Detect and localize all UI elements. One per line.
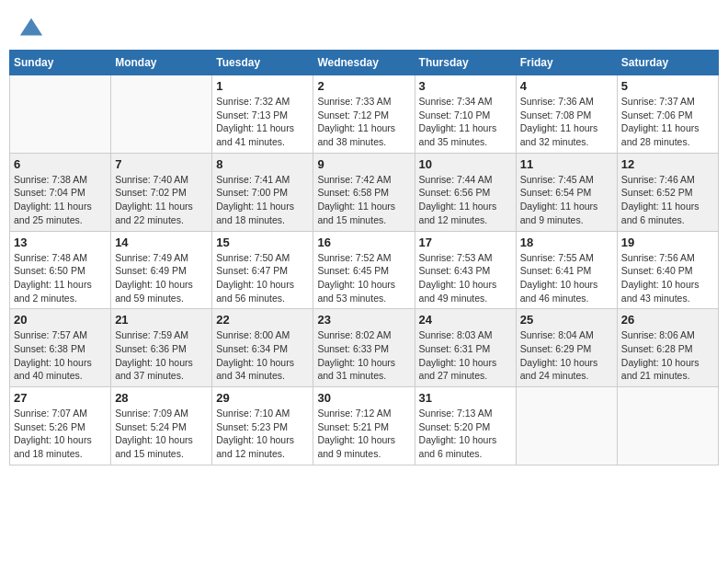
calendar-cell bbox=[516, 387, 617, 465]
col-header-saturday: Saturday bbox=[617, 51, 718, 75]
day-info: Sunrise: 8:04 AM Sunset: 6:29 PM Dayligh… bbox=[520, 328, 613, 383]
calendar-cell: 15Sunrise: 7:50 AM Sunset: 6:47 PM Dayli… bbox=[212, 231, 313, 309]
calendar-cell: 31Sunrise: 7:13 AM Sunset: 5:20 PM Dayli… bbox=[415, 387, 516, 465]
day-number: 18 bbox=[520, 236, 613, 249]
calendar-cell: 10Sunrise: 7:44 AM Sunset: 6:56 PM Dayli… bbox=[415, 153, 516, 231]
day-info: Sunrise: 7:09 AM Sunset: 5:24 PM Dayligh… bbox=[115, 407, 208, 461]
col-header-sunday: Sunday bbox=[10, 51, 111, 75]
calendar-cell: 5Sunrise: 7:37 AM Sunset: 7:06 PM Daylig… bbox=[617, 75, 718, 154]
day-info: Sunrise: 7:07 AM Sunset: 5:26 PM Dayligh… bbox=[14, 407, 107, 461]
calendar-cell: 25Sunrise: 8:04 AM Sunset: 6:29 PM Dayli… bbox=[516, 309, 617, 387]
calendar-header-row: SundayMondayTuesdayWednesdayThursdayFrid… bbox=[10, 51, 719, 75]
calendar-cell: 28Sunrise: 7:09 AM Sunset: 5:24 PM Dayli… bbox=[111, 387, 212, 465]
day-info: Sunrise: 7:34 AM Sunset: 7:10 PM Dayligh… bbox=[419, 95, 512, 149]
day-info: Sunrise: 7:52 AM Sunset: 6:45 PM Dayligh… bbox=[317, 251, 410, 305]
day-info: Sunrise: 7:44 AM Sunset: 6:56 PM Dayligh… bbox=[419, 173, 512, 227]
day-info: Sunrise: 7:57 AM Sunset: 6:38 PM Dayligh… bbox=[14, 328, 107, 383]
calendar-week-row: 6Sunrise: 7:38 AM Sunset: 7:04 PM Daylig… bbox=[10, 153, 719, 231]
day-info: Sunrise: 7:46 AM Sunset: 6:52 PM Dayligh… bbox=[621, 173, 714, 227]
day-number: 30 bbox=[317, 391, 410, 405]
calendar-cell: 16Sunrise: 7:52 AM Sunset: 6:45 PM Dayli… bbox=[313, 231, 415, 309]
day-info: Sunrise: 7:42 AM Sunset: 6:58 PM Dayligh… bbox=[317, 173, 410, 227]
calendar-cell: 14Sunrise: 7:49 AM Sunset: 6:49 PM Dayli… bbox=[111, 231, 212, 309]
calendar-cell: 7Sunrise: 7:40 AM Sunset: 7:02 PM Daylig… bbox=[111, 153, 212, 231]
day-number: 6 bbox=[14, 157, 107, 171]
calendar-week-row: 13Sunrise: 7:48 AM Sunset: 6:50 PM Dayli… bbox=[10, 231, 719, 309]
day-number: 14 bbox=[115, 236, 208, 249]
day-info: Sunrise: 8:02 AM Sunset: 6:33 PM Dayligh… bbox=[317, 328, 410, 383]
calendar-cell: 12Sunrise: 7:46 AM Sunset: 6:52 PM Dayli… bbox=[617, 153, 718, 231]
calendar-cell: 6Sunrise: 7:38 AM Sunset: 7:04 PM Daylig… bbox=[10, 153, 111, 231]
day-info: Sunrise: 7:37 AM Sunset: 7:06 PM Dayligh… bbox=[621, 95, 714, 149]
day-info: Sunrise: 7:12 AM Sunset: 5:21 PM Dayligh… bbox=[317, 407, 410, 461]
day-info: Sunrise: 8:00 AM Sunset: 6:34 PM Dayligh… bbox=[216, 328, 309, 383]
calendar-cell bbox=[617, 387, 718, 465]
day-number: 1 bbox=[216, 79, 309, 93]
day-number: 5 bbox=[621, 79, 714, 93]
calendar-cell: 17Sunrise: 7:53 AM Sunset: 6:43 PM Dayli… bbox=[415, 231, 516, 309]
calendar-table: SundayMondayTuesdayWednesdayThursdayFrid… bbox=[9, 50, 719, 465]
day-info: Sunrise: 7:49 AM Sunset: 6:49 PM Dayligh… bbox=[115, 251, 208, 305]
page-header bbox=[9, 9, 719, 50]
day-info: Sunrise: 7:38 AM Sunset: 7:04 PM Dayligh… bbox=[14, 173, 107, 227]
day-number: 4 bbox=[520, 79, 613, 93]
calendar-cell: 4Sunrise: 7:36 AM Sunset: 7:08 PM Daylig… bbox=[516, 75, 617, 154]
day-info: Sunrise: 7:50 AM Sunset: 6:47 PM Dayligh… bbox=[216, 251, 309, 305]
day-number: 28 bbox=[115, 391, 208, 405]
svg-marker-0 bbox=[20, 18, 42, 36]
day-number: 11 bbox=[520, 157, 613, 171]
calendar-cell: 13Sunrise: 7:48 AM Sunset: 6:50 PM Dayli… bbox=[10, 231, 111, 309]
day-number: 16 bbox=[317, 236, 410, 249]
day-number: 9 bbox=[317, 157, 410, 171]
calendar-cell: 23Sunrise: 8:02 AM Sunset: 6:33 PM Dayli… bbox=[313, 309, 415, 387]
day-number: 23 bbox=[317, 313, 410, 327]
calendar-cell: 2Sunrise: 7:33 AM Sunset: 7:12 PM Daylig… bbox=[313, 75, 415, 154]
day-info: Sunrise: 7:59 AM Sunset: 6:36 PM Dayligh… bbox=[115, 328, 208, 383]
calendar-cell bbox=[111, 75, 212, 154]
day-number: 26 bbox=[621, 313, 714, 327]
calendar-cell: 18Sunrise: 7:55 AM Sunset: 6:41 PM Dayli… bbox=[516, 231, 617, 309]
calendar-week-row: 20Sunrise: 7:57 AM Sunset: 6:38 PM Dayli… bbox=[10, 309, 719, 387]
calendar-cell: 11Sunrise: 7:45 AM Sunset: 6:54 PM Dayli… bbox=[516, 153, 617, 231]
day-info: Sunrise: 8:06 AM Sunset: 6:28 PM Dayligh… bbox=[621, 328, 714, 383]
day-info: Sunrise: 7:13 AM Sunset: 5:20 PM Dayligh… bbox=[419, 407, 512, 461]
col-header-tuesday: Tuesday bbox=[212, 51, 313, 75]
day-info: Sunrise: 7:48 AM Sunset: 6:50 PM Dayligh… bbox=[14, 251, 107, 305]
day-number: 8 bbox=[216, 157, 309, 171]
day-number: 2 bbox=[317, 79, 410, 93]
calendar-cell: 26Sunrise: 8:06 AM Sunset: 6:28 PM Dayli… bbox=[617, 309, 718, 387]
calendar-cell: 24Sunrise: 8:03 AM Sunset: 6:31 PM Dayli… bbox=[415, 309, 516, 387]
calendar-cell bbox=[10, 75, 111, 154]
day-info: Sunrise: 7:10 AM Sunset: 5:23 PM Dayligh… bbox=[216, 407, 309, 461]
calendar-cell: 3Sunrise: 7:34 AM Sunset: 7:10 PM Daylig… bbox=[415, 75, 516, 154]
calendar-cell: 20Sunrise: 7:57 AM Sunset: 6:38 PM Dayli… bbox=[10, 309, 111, 387]
day-info: Sunrise: 7:32 AM Sunset: 7:13 PM Dayligh… bbox=[216, 95, 309, 149]
calendar-cell: 9Sunrise: 7:42 AM Sunset: 6:58 PM Daylig… bbox=[313, 153, 415, 231]
day-info: Sunrise: 7:55 AM Sunset: 6:41 PM Dayligh… bbox=[520, 251, 613, 305]
day-number: 22 bbox=[216, 313, 309, 327]
day-number: 20 bbox=[14, 313, 107, 327]
day-info: Sunrise: 7:53 AM Sunset: 6:43 PM Dayligh… bbox=[419, 251, 512, 305]
col-header-wednesday: Wednesday bbox=[313, 51, 415, 75]
day-number: 25 bbox=[520, 313, 613, 327]
calendar-cell: 22Sunrise: 8:00 AM Sunset: 6:34 PM Dayli… bbox=[212, 309, 313, 387]
day-number: 24 bbox=[419, 313, 512, 327]
col-header-friday: Friday bbox=[516, 51, 617, 75]
day-number: 10 bbox=[419, 157, 512, 171]
day-info: Sunrise: 7:40 AM Sunset: 7:02 PM Dayligh… bbox=[115, 173, 208, 227]
calendar-week-row: 27Sunrise: 7:07 AM Sunset: 5:26 PM Dayli… bbox=[10, 387, 719, 465]
day-number: 17 bbox=[419, 236, 512, 249]
calendar-cell: 30Sunrise: 7:12 AM Sunset: 5:21 PM Dayli… bbox=[313, 387, 415, 465]
logo bbox=[18, 17, 46, 42]
calendar-week-row: 1Sunrise: 7:32 AM Sunset: 7:13 PM Daylig… bbox=[10, 75, 719, 154]
col-header-thursday: Thursday bbox=[415, 51, 516, 75]
day-number: 19 bbox=[621, 236, 714, 249]
day-number: 3 bbox=[419, 79, 512, 93]
calendar-cell: 27Sunrise: 7:07 AM Sunset: 5:26 PM Dayli… bbox=[10, 387, 111, 465]
day-number: 13 bbox=[14, 236, 107, 249]
day-number: 7 bbox=[115, 157, 208, 171]
day-info: Sunrise: 7:56 AM Sunset: 6:40 PM Dayligh… bbox=[621, 251, 714, 305]
calendar-cell: 29Sunrise: 7:10 AM Sunset: 5:23 PM Dayli… bbox=[212, 387, 313, 465]
day-number: 12 bbox=[621, 157, 714, 171]
day-info: Sunrise: 7:41 AM Sunset: 7:00 PM Dayligh… bbox=[216, 173, 309, 227]
